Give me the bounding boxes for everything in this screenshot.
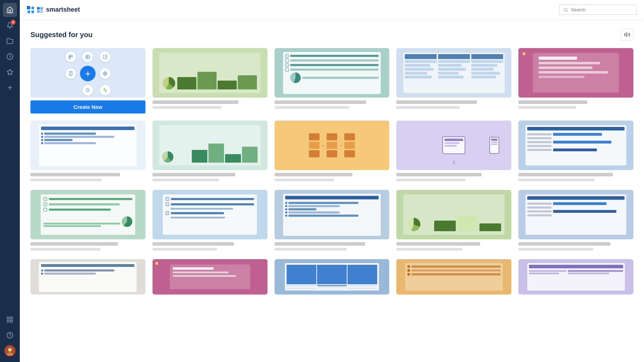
template-card-19[interactable] — [518, 259, 633, 294]
template-card-12[interactable] — [275, 190, 390, 252]
template-card-17[interactable] — [275, 259, 390, 294]
notification-badge: 3 — [11, 20, 16, 25]
template-card-6[interactable] — [153, 121, 268, 183]
announce-button[interactable] — [621, 28, 633, 41]
search-bar[interactable] — [559, 5, 637, 15]
create-new-button[interactable]: Create New — [30, 100, 145, 113]
svg-rect-13 — [37, 7, 40, 9]
section-title: Suggested for you — [30, 31, 93, 39]
sidebar-item-browse[interactable] — [3, 34, 17, 48]
sidebar-item-add[interactable] — [3, 81, 17, 95]
svg-rect-5 — [11, 317, 13, 319]
svg-rect-7 — [11, 320, 13, 322]
search-icon — [564, 7, 568, 12]
svg-point-11 — [8, 348, 12, 352]
template-card-16[interactable] — [153, 259, 268, 294]
main-content: smartsheet Suggested for you — [20, 0, 644, 362]
sidebar: 3 — [0, 0, 20, 362]
svg-point-17 — [564, 8, 567, 11]
sidebar-item-apps[interactable] — [3, 313, 17, 327]
svg-rect-4 — [7, 317, 10, 319]
svg-rect-21 — [71, 55, 73, 57]
template-card-18[interactable] — [396, 259, 511, 294]
content-area: Suggested for you — [20, 20, 644, 362]
announce-icon — [624, 31, 630, 38]
template-card-3[interactable] — [396, 48, 511, 113]
svg-rect-16 — [40, 10, 43, 12]
template-card-14[interactable] — [518, 190, 633, 252]
template-card-2[interactable]: ✓ ✓ — [275, 48, 390, 113]
template-card-5[interactable] — [30, 121, 145, 183]
templates-grid: + Create New — [30, 48, 633, 294]
svg-line-18 — [567, 11, 568, 11]
search-input[interactable] — [571, 7, 632, 12]
svg-rect-14 — [40, 7, 43, 9]
svg-marker-19 — [625, 33, 627, 37]
section-header: Suggested for you — [30, 28, 633, 41]
template-card-4[interactable] — [518, 48, 633, 113]
sidebar-item-help[interactable] — [3, 328, 17, 342]
template-card-11[interactable]: ✓ ✓ ✓ — [153, 190, 268, 252]
template-card-7[interactable]: → → — [275, 121, 390, 183]
template-card-9[interactable] — [518, 121, 633, 183]
sidebar-item-recent[interactable] — [3, 49, 17, 64]
svg-rect-23 — [86, 55, 90, 59]
template-card-1[interactable] — [153, 48, 268, 113]
sidebar-item-notifications[interactable]: 3 — [3, 18, 17, 33]
svg-rect-20 — [69, 55, 71, 57]
app-logo: smartsheet — [27, 6, 80, 14]
svg-rect-6 — [7, 320, 10, 322]
sidebar-item-favorites[interactable] — [3, 65, 17, 79]
logo-text: smartsheet — [46, 6, 80, 13]
sidebar-item-home[interactable] — [3, 3, 17, 17]
svg-rect-27 — [103, 55, 107, 59]
user-avatar[interactable] — [3, 344, 17, 358]
svg-rect-15 — [37, 10, 40, 12]
create-new-card[interactable]: + Create New — [30, 48, 145, 113]
template-card-15[interactable] — [30, 259, 145, 294]
svg-marker-1 — [7, 69, 13, 75]
template-card-10[interactable]: ✓ ✓ — [30, 190, 145, 252]
app-header: smartsheet — [20, 0, 644, 20]
template-card-13[interactable] — [396, 190, 511, 252]
template-card-8[interactable] — [396, 121, 511, 183]
svg-rect-22 — [69, 57, 71, 59]
